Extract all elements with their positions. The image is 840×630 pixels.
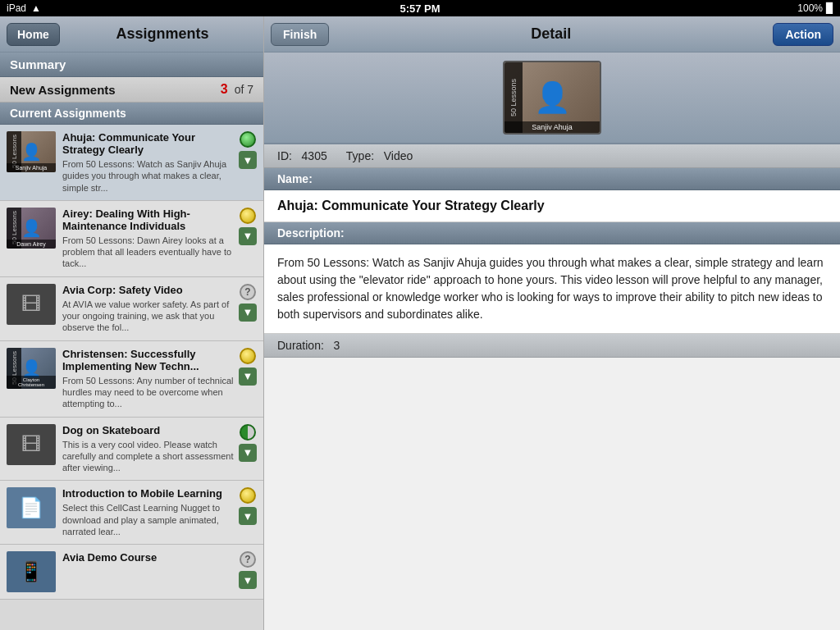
assignment-status: ▼ (239, 348, 257, 386)
finish-button[interactable]: Finish (271, 23, 329, 46)
assignment-status: ▼ (239, 424, 257, 462)
assignments-title: Assignments (68, 25, 257, 43)
assignment-status: ▼ (239, 487, 257, 525)
home-button[interactable]: Home (7, 23, 60, 46)
clock: 5:57 PM (399, 2, 440, 15)
status-circle-question: ? (240, 551, 256, 568)
download-button[interactable]: ▼ (239, 151, 257, 169)
assignment-status: ? ▼ (239, 551, 257, 589)
description-section-header: Description: (264, 222, 840, 244)
battery-label: 100% (797, 2, 823, 14)
assignment-desc: Select this CellCast Learning Nugget to … (62, 502, 235, 537)
assignment-desc: From 50 Lessons: Dawn Airey looks at a p… (62, 235, 235, 270)
action-button[interactable]: Action (773, 23, 833, 46)
list-item[interactable]: 📱 Avia Demo Course ? ▼ (0, 545, 263, 600)
list-item[interactable]: 50 Lessons 👤 Clayton Christensen Christe… (0, 341, 263, 418)
wifi-icon: ▲ (31, 2, 41, 14)
list-item[interactable]: 🎞 Avia Corp: Safety Video At AVIA we val… (0, 277, 263, 341)
thumb-name: Clayton Christensen (7, 376, 56, 389)
assignment-list: 50 Lessons 👤 Sanjiv Ahuja Ahuja: Communi… (0, 125, 263, 630)
assignment-status: ▼ (239, 131, 257, 169)
assignment-status: ▼ (239, 208, 257, 245)
current-assignments-header: Current Assignments (0, 103, 263, 125)
thumb-name: Dawn Airey (7, 240, 56, 249)
list-item[interactable]: 🎞 Dog on Skateboard This is a very cool … (0, 418, 263, 482)
description-body: From 50 Lessons: Watch as Sanjiv Ahuja g… (264, 244, 840, 334)
type-value: Video (384, 149, 413, 162)
main-container: Home Assignments Summary New Assignments… (0, 16, 840, 630)
list-item[interactable]: 📄 Introduction to Mobile Learning Select… (0, 481, 263, 545)
assignment-title: Airey: Dealing With High-Maintenance Ind… (62, 208, 235, 232)
thumbnail-ahuja: 50 Lessons 👤 Sanjiv Ahuja (7, 131, 56, 172)
assignment-info: Airey: Dealing With High-Maintenance Ind… (62, 208, 235, 270)
detail-content: 50 Lessons 👤 Sanjiv Ahuja ID: 4305 Type:… (264, 52, 840, 630)
duration-label: Duration: (277, 339, 324, 352)
current-assignments-label: Current Assignments (10, 107, 126, 120)
new-assignments-of-label: of (235, 83, 244, 96)
description-label: Description: (277, 226, 345, 240)
hero-thumbnail: 50 Lessons 👤 Sanjiv Ahuja (503, 61, 601, 135)
status-bar: iPad ▲ 5:57 PM 100% ▉ (0, 0, 840, 16)
duration-value: 3 (333, 339, 340, 352)
summary-label: Summary (10, 57, 66, 71)
detail-title: Detail (329, 25, 773, 43)
device-label: iPad (7, 2, 26, 14)
name-value: Ahuja: Communicate Your Strategy Clearly (264, 190, 840, 222)
thumb-image: 📱 (7, 551, 56, 592)
hero-thumb-name: Sanjiv Ahuja (504, 121, 600, 133)
download-button[interactable]: ▼ (239, 304, 257, 322)
thumb-image: 📄 (7, 487, 56, 528)
type-label: Type: (346, 149, 374, 162)
left-panel: Home Assignments Summary New Assignments… (0, 16, 264, 630)
assignment-desc: From 50 Lessons: Watch as Sanjiv Ahuja g… (62, 158, 235, 194)
assignment-title: Avia Corp: Safety Video (62, 284, 235, 296)
new-assignments-label: New Assignments (10, 83, 221, 97)
battery-icon: ▉ (826, 2, 833, 14)
assignment-title: Avia Demo Course (62, 551, 235, 564)
id-value: 4305 (302, 149, 327, 162)
id-label: ID: (277, 149, 292, 162)
status-circle-question: ? (240, 284, 256, 300)
thumbnail-dog: 🎞 (7, 424, 56, 465)
right-panel: Finish Detail Action 50 Lessons 👤 Sanjiv… (264, 16, 840, 630)
download-button[interactable]: ▼ (239, 507, 257, 525)
duration-row: Duration: 3 (264, 334, 840, 358)
name-section-header: Name: (264, 168, 840, 190)
thumbnail-airey: 50 Lessons 👤 Dawn Airey (7, 208, 56, 249)
assignment-info: Introduction to Mobile Learning Select t… (62, 487, 235, 537)
assignment-status: ? ▼ (239, 284, 257, 322)
download-button[interactable]: ▼ (239, 444, 257, 462)
assignment-info: Christensen: Successfully Implementing N… (62, 348, 235, 410)
thumbnail-mobile: 📄 (7, 487, 56, 528)
summary-header: Summary (0, 52, 263, 77)
assignment-info: Avia Demo Course (62, 551, 235, 566)
new-assignments-total-val: 7 (247, 83, 253, 96)
new-assignments-count: 3 (221, 82, 228, 97)
assignment-title: Ahuja: Communicate Your Strategy Clearly (62, 131, 235, 156)
nav-bar-right: Finish Detail Action (264, 16, 840, 52)
status-circle-yellow (240, 348, 256, 364)
new-assignments-bar: New Assignments 3 of 7 (0, 77, 263, 103)
list-item[interactable]: 50 Lessons 👤 Dawn Airey Airey: Dealing W… (0, 201, 263, 277)
thumb-name: Sanjiv Ahuja (7, 163, 56, 172)
assignment-title: Christensen: Successfully Implementing N… (62, 348, 235, 372)
status-circle-half-green (240, 424, 256, 441)
assignment-desc: At AVIA we value worker safety. As part … (62, 299, 235, 334)
thumb-image: 🎞 (7, 424, 56, 465)
assignment-info: Avia Corp: Safety Video At AVIA we value… (62, 284, 235, 334)
list-item[interactable]: 50 Lessons 👤 Sanjiv Ahuja Ahuja: Communi… (0, 125, 263, 201)
assignment-desc: From 50 Lessons: Any number of technical… (62, 375, 235, 410)
assignment-desc: This is a very cool video. Please watch … (62, 439, 235, 474)
download-button[interactable]: ▼ (239, 571, 257, 589)
download-button[interactable]: ▼ (239, 227, 257, 245)
assignment-title: Dog on Skateboard (62, 424, 235, 436)
download-button[interactable]: ▼ (239, 368, 257, 386)
status-circle-green (240, 131, 256, 148)
nav-bar-left: Home Assignments (0, 16, 263, 52)
assignment-info: Dog on Skateboard This is a very cool vi… (62, 424, 235, 474)
assignment-title: Introduction to Mobile Learning (62, 487, 235, 500)
detail-id-type-row: ID: 4305 Type: Video (264, 144, 840, 168)
name-label: Name: (277, 172, 313, 185)
assignment-info: Ahuja: Communicate Your Strategy Clearly… (62, 131, 235, 194)
thumbnail-avia: 🎞 (7, 284, 56, 325)
